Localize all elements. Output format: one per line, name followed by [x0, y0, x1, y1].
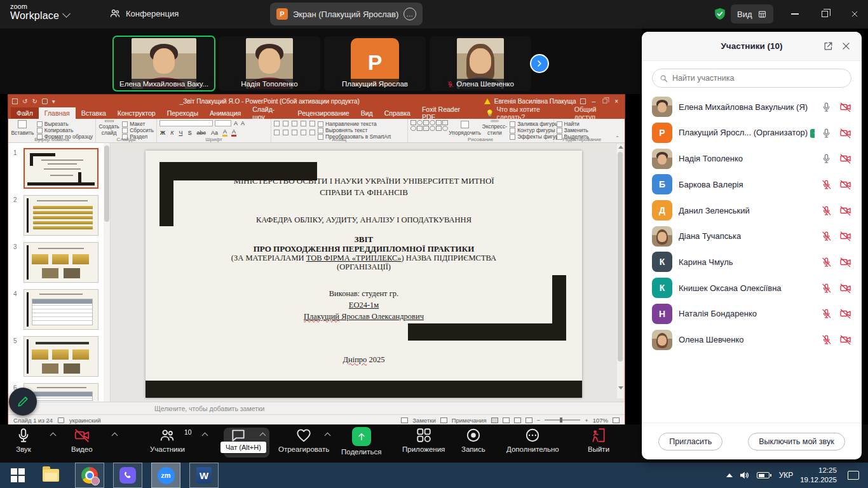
record-button[interactable]: Запись [461, 427, 485, 453]
camera-off-icon[interactable] [839, 308, 851, 320]
tab-animations[interactable]: Анимация [204, 107, 247, 119]
tab-options-icon[interactable]: … [403, 8, 416, 20]
clock[interactable]: 12:2519.12.2025 [798, 463, 839, 488]
numbering-icon[interactable] [283, 121, 288, 126]
restore-button[interactable] [815, 4, 834, 24]
camera-off-icon[interactable] [839, 230, 851, 242]
underline-button[interactable]: Ч [178, 130, 183, 136]
camera-off-icon[interactable] [839, 152, 851, 165]
italic-button[interactable]: К [170, 130, 174, 136]
language-indicator[interactable]: УКР [774, 463, 798, 488]
tab-meeting[interactable]: Конференция [109, 8, 179, 19]
mic-icon[interactable] [821, 128, 832, 139]
zoom-slider[interactable] [545, 419, 580, 421]
notes-pane[interactable]: Щелкните, чтобы добавить заметки [8, 402, 625, 414]
slide-thumbnail-4[interactable]: 4 [13, 289, 98, 330]
participant-row[interactable]: К Карина Чмуль [642, 249, 862, 275]
invite-button[interactable]: Пригласить [658, 433, 722, 451]
muted-mic-icon[interactable] [821, 308, 832, 319]
video-options-chevron[interactable] [112, 433, 118, 439]
cut-button[interactable]: Вырезать [37, 121, 93, 127]
align-left-icon[interactable] [274, 130, 280, 135]
mic-icon[interactable] [821, 102, 832, 112]
font-name-select[interactable] [159, 120, 213, 126]
muted-mic-icon[interactable] [821, 334, 832, 345]
camera-off-icon[interactable] [839, 256, 851, 268]
participant-row[interactable]: К Книшек Оксана Олексіївна [642, 275, 862, 301]
language-indicator[interactable]: украинский [69, 417, 101, 424]
tab-review[interactable]: Рецензирование [292, 107, 355, 119]
participant-row[interactable]: Д Данил Зеленський [642, 198, 862, 224]
highlight-button[interactable]: А [222, 128, 227, 137]
quick-access-toolbar[interactable]: ↺ ↻ ▾ [12, 98, 55, 105]
video-tile[interactable]: Олена Шевченко [430, 36, 531, 91]
shadow-button[interactable]: S [187, 130, 192, 136]
mic-icon[interactable] [821, 153, 832, 164]
tab-home[interactable]: Главная [39, 107, 76, 119]
camera-off-icon[interactable] [839, 334, 851, 346]
save-icon[interactable] [12, 98, 18, 104]
action-center-button[interactable] [844, 463, 863, 488]
thumbnail-scrollbar[interactable] [104, 143, 110, 402]
participant-row[interactable]: Н Наталія Бондаренко [642, 301, 862, 327]
tab-view[interactable]: Вид [355, 107, 379, 119]
quick-styles-button[interactable]: Экспресс-стили [482, 120, 508, 136]
reset-button[interactable]: Сбросить [122, 127, 154, 133]
search-input[interactable] [672, 74, 844, 83]
tell-me-box[interactable]: 💡Что вы хотите сделать? [480, 107, 574, 119]
participant-row[interactable]: Б Баркова Валерія [642, 172, 862, 198]
participant-row[interactable]: P Плакущий Яросл... (Организатор) [642, 120, 862, 146]
participants-options-chevron[interactable] [202, 433, 208, 439]
participant-search[interactable] [652, 69, 851, 88]
tab-file[interactable]: Файл [11, 107, 39, 119]
close-button[interactable] [845, 4, 864, 24]
layout-button[interactable]: Макет [122, 121, 154, 127]
participant-row[interactable]: Елена Михайловна Вакульчик (Я) [642, 94, 862, 120]
indent-decrease-icon[interactable] [292, 121, 297, 126]
camera-off-icon[interactable] [839, 127, 851, 139]
viber-taskbar-button[interactable] [113, 463, 142, 488]
ppt-minimize-button[interactable]: – [590, 98, 599, 105]
participant-row[interactable]: Надія Тополенко [642, 146, 862, 172]
slideshow-icon[interactable] [42, 98, 48, 104]
start-button[interactable] [5, 463, 31, 488]
slide-thumbnail-panel[interactable]: 1 2 3 4 5 [8, 143, 111, 402]
audio-button[interactable]: Звук [15, 427, 32, 453]
zoom-taskbar-button[interactable]: zm [151, 463, 180, 488]
camera-off-icon[interactable] [839, 282, 851, 294]
strikethrough-button[interactable]: abc [196, 130, 207, 136]
shapes-gallery[interactable] [410, 120, 448, 136]
video-tile[interactable]: P Плакущий Ярослав [324, 36, 426, 91]
battery-icon[interactable] [754, 463, 773, 488]
slide-thumbnail-5[interactable]: 5 [13, 336, 98, 377]
change-case-button[interactable]: Аа [210, 130, 219, 136]
video-button[interactable]: Видео [71, 427, 93, 453]
comments-toggle-icon[interactable] [440, 417, 447, 423]
participant-row[interactable]: Діана Тучапська [642, 223, 862, 249]
paste-button[interactable]: Вставить [11, 120, 34, 136]
slide-thumbnail-1[interactable]: 1 [13, 148, 98, 189]
slide-scrollbar[interactable] [617, 144, 623, 398]
volume-icon[interactable] [736, 463, 752, 488]
chrome-taskbar-button[interactable] [75, 463, 104, 488]
tab-help[interactable]: Справка [379, 107, 416, 119]
font-color-button[interactable]: А [231, 128, 236, 137]
text-direction-button[interactable]: Направление текста [318, 121, 391, 127]
normal-view-icon[interactable] [491, 417, 498, 423]
minimize-button[interactable] [785, 4, 804, 24]
ppt-restore-button[interactable] [603, 99, 607, 104]
zoom-in-button[interactable]: + [585, 417, 588, 424]
notes-toggle[interactable]: Заметки [412, 417, 435, 424]
slide-canvas[interactable]: МІНІСТЕРСТВО ОСВІТИ І НАУКИ УКРАЇНИ УНІВ… [146, 151, 582, 398]
participants-button[interactable]: Участники [150, 427, 185, 453]
more-button[interactable]: Дополнительно [506, 427, 559, 453]
word-taskbar-button[interactable]: W [189, 463, 219, 488]
close-panel-icon[interactable] [841, 41, 851, 51]
view-button[interactable]: Вид [731, 4, 773, 24]
tab-foxit[interactable]: Foxit Reader PDF [416, 107, 480, 119]
align-center-icon[interactable] [283, 130, 288, 135]
align-right-icon[interactable] [292, 130, 297, 135]
indent-increase-icon[interactable] [301, 121, 306, 126]
tray-expand-button[interactable] [723, 463, 736, 488]
annotation-button[interactable] [9, 388, 37, 416]
